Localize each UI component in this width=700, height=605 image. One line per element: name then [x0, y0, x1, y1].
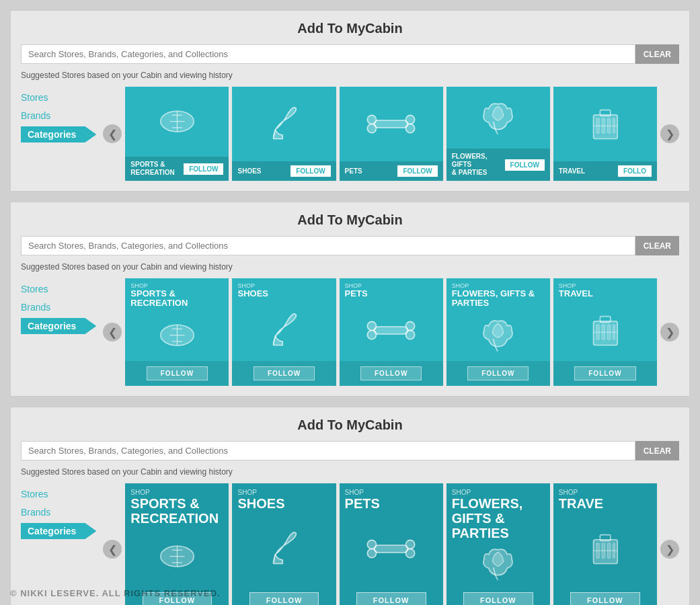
suggestion-text: Suggested Stores based on your Cabin and…: [21, 71, 679, 80]
sidebar-item-stores[interactable]: Stores: [21, 90, 96, 105]
svg-rect-43: [375, 545, 408, 553]
card-icon-luggage: [553, 87, 657, 161]
follow-button[interactable]: FOLLOW: [147, 366, 208, 380]
card-footer: FLOWERS, GIFTS & PARTIESFOLLOW: [446, 149, 550, 181]
clear-button[interactable]: CLEAR: [635, 236, 679, 255]
search-row: CLEAR: [21, 44, 679, 64]
card-5[interactable]: SHOPTRAVEL FOLLOW: [553, 278, 657, 386]
carousel-next-button[interactable]: ❯: [660, 124, 679, 143]
card-4[interactable]: SHOPFLOWERS, GIFTS & PARTIES FOLLOW: [446, 483, 550, 605]
card-label: FLOWERS, GIFTS & PARTIES: [452, 153, 505, 177]
card-title: SHOES: [237, 496, 330, 511]
suggestion-text: Suggested Stores based on your Cabin and…: [21, 467, 679, 477]
search-row: CLEAR: [21, 441, 679, 460]
panel-1: Add To MyCabinCLEARSuggested Stores base…: [10, 10, 690, 192]
card-1[interactable]: SPORTS & RECREATIONFOLLOW: [125, 87, 229, 181]
clear-button[interactable]: CLEAR: [635, 44, 679, 64]
card-2[interactable]: SHOPSHOES FOLLOW: [232, 483, 336, 605]
card-icon-bone: [340, 300, 443, 361]
card-header: SHOPSHOES: [232, 483, 336, 512]
follow-button[interactable]: FOLLO: [618, 165, 652, 177]
clear-button[interactable]: CLEAR: [635, 441, 679, 460]
carousel-prev-button[interactable]: ❮: [103, 124, 122, 143]
svg-rect-50: [613, 543, 615, 558]
sidebar: StoresBrandsCategories: [21, 278, 103, 386]
card-label: SPORTS & RECREATION: [130, 161, 174, 177]
search-row: CLEAR: [21, 236, 679, 255]
sidebar-item-brands[interactable]: Brands: [21, 108, 96, 123]
svg-rect-13: [596, 118, 598, 133]
svg-rect-26: [375, 327, 408, 334]
carousel-next-button[interactable]: ❯: [660, 540, 679, 559]
card-2[interactable]: SHOESFOLLOW: [232, 87, 336, 181]
svg-rect-49: [607, 543, 610, 558]
card-header: SHOPTRAVEL: [553, 278, 657, 300]
card-label: TRAVEL: [559, 167, 585, 175]
card-footer: PETSFOLLOW: [340, 161, 443, 181]
card-footer: TRAVELFOLLO: [553, 161, 657, 181]
sidebar-item-categories[interactable]: Categories: [21, 523, 96, 539]
card-3[interactable]: PETSFOLLOW: [340, 87, 443, 181]
panel-title: Add To MyCabin: [21, 21, 679, 36]
content-row: StoresBrandsCategories❮ SPORTS & RECREAT…: [21, 87, 679, 181]
sidebar-item-categories[interactable]: Categories: [21, 318, 96, 334]
sidebar-item-stores[interactable]: Stores: [21, 487, 96, 501]
card-header: SHOPTRAVE: [553, 483, 657, 512]
sidebar-item-categories[interactable]: Categories: [21, 126, 96, 143]
follow-button[interactable]: FOLLOW: [574, 366, 635, 380]
card-3[interactable]: SHOPPETS FOLLOW: [340, 483, 443, 605]
carousel-prev-button[interactable]: ❮: [103, 323, 122, 341]
svg-rect-33: [613, 325, 615, 339]
svg-rect-15: [607, 118, 610, 133]
cards-container: SHOPSPORTS & RECREATION FOLLOWSHOPSHOES …: [125, 483, 657, 605]
follow-button[interactable]: FOLLOW: [356, 592, 426, 605]
shop-label: SHOP: [130, 489, 223, 496]
card-1[interactable]: SHOPSPORTS & RECREATION FOLLOW: [125, 483, 229, 605]
card-footer: FOLLOW: [232, 586, 336, 605]
follow-button[interactable]: FOLLOW: [249, 592, 319, 605]
card-5[interactable]: TRAVELFOLLO: [553, 87, 657, 181]
card-icon-rose: [446, 310, 550, 361]
follow-button[interactable]: FOLLOW: [397, 165, 437, 177]
sidebar-item-brands[interactable]: Brands: [21, 300, 96, 315]
card-icon-luggage: [553, 512, 657, 586]
card-1[interactable]: SHOPSPORTS & RECREATION FOLLOW: [125, 278, 229, 386]
svg-rect-14: [602, 118, 605, 133]
card-icon-football: [125, 527, 229, 586]
follow-button[interactable]: FOLLOW: [570, 592, 640, 605]
page-wrapper: Add To MyCabinCLEARSuggested Stores base…: [0, 0, 700, 605]
cards-container: SHOPSPORTS & RECREATION FOLLOWSHOPSHOES …: [125, 278, 657, 386]
follow-button[interactable]: FOLLOW: [463, 592, 533, 605]
search-input[interactable]: [21, 236, 635, 255]
card-3[interactable]: SHOPPETS FOLLOW: [340, 278, 443, 386]
card-icon-football: [125, 87, 229, 157]
search-input[interactable]: [21, 44, 635, 64]
follow-button[interactable]: FOLLOW: [467, 366, 529, 380]
follow-button[interactable]: FOLLOW: [290, 165, 330, 177]
svg-rect-9: [375, 120, 408, 128]
card-title: TRAVE: [559, 496, 652, 511]
follow-button[interactable]: FOLLOW: [505, 159, 545, 171]
card-header: SHOPPETS: [340, 278, 443, 300]
follow-button[interactable]: FOLLOW: [360, 366, 422, 380]
follow-button[interactable]: FOLLOW: [184, 163, 223, 175]
card-footer: SHOESFOLLOW: [232, 161, 336, 181]
card-5[interactable]: SHOPTRAVE FOLLOW: [553, 483, 657, 605]
panel-title: Add To MyCabin: [21, 212, 679, 228]
svg-rect-16: [613, 118, 615, 133]
card-4[interactable]: FLOWERS, GIFTS & PARTIESFOLLOW: [446, 87, 550, 181]
card-2[interactable]: SHOPSHOES FOLLOW: [232, 278, 336, 386]
card-header: SHOPPETS: [340, 483, 443, 512]
sidebar-item-brands[interactable]: Brands: [21, 505, 96, 520]
card-footer: FOLLOW: [340, 361, 443, 386]
sidebar-item-stores[interactable]: Stores: [21, 282, 96, 296]
card-4[interactable]: SHOPFLOWERS, GIFTS & PARTIES FOLLOW: [446, 278, 550, 386]
carousel-next-button[interactable]: ❯: [660, 323, 679, 341]
card-title: SHOES: [237, 289, 330, 298]
follow-button[interactable]: FOLLOW: [254, 366, 315, 380]
carousel-prev-button[interactable]: ❮: [103, 540, 122, 559]
svg-rect-32: [607, 325, 610, 339]
shop-label: SHOP: [559, 489, 652, 496]
svg-rect-47: [596, 543, 598, 558]
search-input[interactable]: [21, 441, 635, 460]
